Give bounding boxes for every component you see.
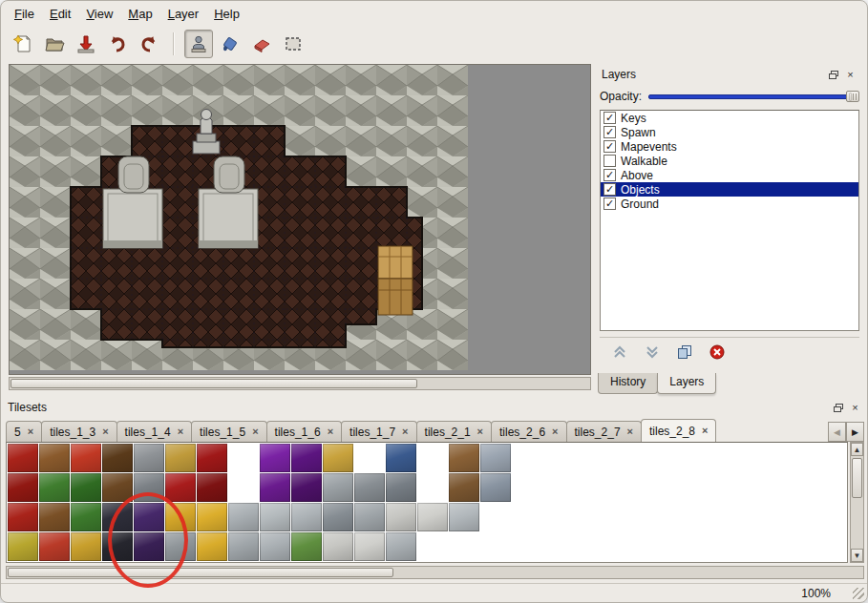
tileset-vscroll-handle[interactable] (852, 458, 862, 498)
tab-close-icon[interactable]: × (702, 426, 708, 436)
tab-close-icon[interactable]: × (402, 426, 408, 437)
tileset-tile[interactable] (417, 503, 448, 531)
tileset-tile[interactable] (8, 503, 38, 531)
tab-close-icon[interactable]: × (627, 426, 633, 437)
move-layer-up-button[interactable] (611, 343, 628, 361)
menu-layer[interactable]: Layer (160, 3, 207, 25)
tileset-tile[interactable] (71, 503, 101, 531)
tileset-tile[interactable] (260, 473, 290, 502)
tab-tiles-2-8[interactable]: tiles_2_8× (641, 419, 716, 442)
tab-tiles-1-6[interactable]: tiles_1_6× (266, 421, 342, 442)
layer-row-objects[interactable]: ✓ Objects (601, 182, 858, 197)
fill-tool-button[interactable] (216, 30, 244, 58)
tileset-tile[interactable] (39, 473, 70, 502)
tileset-tile[interactable] (323, 532, 353, 561)
tileset-content[interactable] (6, 442, 848, 563)
move-layer-down-button[interactable] (644, 343, 661, 361)
tileset-tile[interactable] (39, 532, 70, 561)
menu-edit[interactable]: Edit (42, 3, 78, 25)
tileset-tile[interactable] (260, 444, 290, 472)
tab-tiles-2-7[interactable]: tiles_2_7× (566, 421, 642, 442)
stamp-tool-button[interactable] (184, 30, 213, 58)
tab-close-icon[interactable]: × (102, 426, 108, 437)
eraser-tool-button[interactable] (247, 30, 276, 58)
tab-tiles-2-1[interactable]: tiles_2_1× (416, 421, 492, 442)
layer-row-walkable[interactable]: Walkable (601, 154, 858, 168)
tileset-tile[interactable] (197, 473, 227, 502)
opacity-slider[interactable] (648, 90, 859, 103)
tab-tiles-1-4[interactable]: tiles_1_4× (116, 421, 192, 442)
layer-row-keys[interactable]: ✓ Keys (601, 111, 858, 125)
tileset-tile[interactable] (102, 444, 133, 472)
rect-select-tool-button[interactable] (279, 30, 307, 58)
tileset-tile[interactable] (449, 444, 479, 472)
tileset-tile[interactable] (39, 444, 70, 472)
tileset-tile[interactable] (39, 503, 70, 531)
layer-row-above[interactable]: ✓ Above (601, 168, 858, 182)
tileset-tile[interactable] (291, 503, 322, 531)
tileset-tile[interactable] (8, 532, 38, 561)
scroll-up-button[interactable]: ▲ (851, 443, 863, 456)
tileset-tile[interactable] (386, 444, 416, 472)
tileset-tile[interactable] (71, 473, 101, 502)
menu-view[interactable]: View (78, 3, 120, 25)
tileset-tile[interactable] (323, 444, 353, 472)
tab-tiles-1-5[interactable]: tiles_1_5× (191, 421, 266, 442)
menu-help[interactable]: Help (206, 3, 247, 25)
map-hscroll-handle[interactable] (11, 379, 417, 388)
tileset-tile[interactable] (386, 532, 416, 561)
tileset-tile[interactable] (8, 473, 38, 502)
tileset-tile[interactable] (228, 503, 259, 531)
tab-close-icon[interactable]: × (252, 426, 258, 437)
tileset-tile[interactable] (354, 473, 385, 502)
tab-scroll-right-button[interactable]: ▶ (846, 422, 864, 442)
tab-layers[interactable]: Layers (657, 373, 716, 394)
tileset-tile[interactable] (291, 532, 322, 561)
scroll-down-button[interactable]: ▼ (851, 549, 863, 562)
tileset-tile[interactable] (449, 473, 479, 502)
layers-float-button[interactable] (826, 68, 840, 81)
save-button[interactable] (72, 30, 100, 58)
tileset-vertical-scrollbar[interactable]: ▲ ▼ (850, 442, 864, 563)
tab-tileset-5[interactable]: 5× (6, 421, 42, 442)
tileset-tile[interactable] (386, 503, 416, 531)
tileset-tile[interactable] (165, 444, 196, 472)
layer-checkbox[interactable] (603, 155, 616, 167)
tab-history[interactable]: History (598, 373, 658, 394)
map-crates[interactable] (378, 246, 413, 315)
tileset-tile[interactable] (134, 444, 164, 472)
tileset-tile[interactable] (354, 503, 385, 531)
tileset-tile[interactable] (480, 473, 511, 502)
tileset-tile[interactable] (197, 503, 227, 531)
tileset-tile[interactable] (197, 532, 227, 561)
layer-row-mapevents[interactable]: ✓ Mapevents (601, 139, 858, 154)
layer-checkbox[interactable]: ✓ (603, 126, 616, 138)
menu-map[interactable]: Map (120, 3, 159, 25)
layer-row-ground[interactable]: ✓ Ground (601, 197, 858, 211)
new-file-button[interactable] (9, 30, 37, 58)
layer-checkbox[interactable]: ✓ (603, 112, 616, 124)
layer-checkbox[interactable]: ✓ (603, 169, 616, 181)
layers-close-button[interactable]: × (843, 68, 857, 81)
opacity-slider-handle[interactable] (846, 91, 859, 102)
tileset-tile[interactable] (71, 532, 101, 561)
tab-tiles-1-7[interactable]: tiles_1_7× (341, 421, 416, 442)
duplicate-layer-button[interactable] (676, 343, 693, 361)
tileset-tile[interactable] (8, 444, 38, 472)
menu-file[interactable]: File (7, 3, 42, 25)
tileset-tile[interactable] (291, 473, 322, 502)
redo-button[interactable] (135, 30, 163, 58)
tab-tiles-1-3[interactable]: tiles_1_3× (41, 421, 116, 442)
layer-checkbox[interactable]: ✓ (603, 183, 616, 196)
opacity-slider-groove[interactable] (648, 94, 859, 99)
tab-tiles-2-6[interactable]: tiles_2_6× (491, 421, 566, 442)
tileset-tile[interactable] (323, 503, 353, 531)
tab-scroll-left-button[interactable]: ◀ (828, 422, 846, 442)
tileset-tile[interactable] (260, 503, 290, 531)
tileset-hscroll-handle[interactable] (8, 568, 393, 577)
tileset-tile[interactable] (165, 473, 196, 502)
layer-checkbox[interactable]: ✓ (603, 198, 616, 210)
map-horizontal-scrollbar[interactable] (9, 377, 591, 390)
tab-close-icon[interactable]: × (178, 426, 183, 437)
delete-layer-button[interactable] (709, 343, 726, 361)
